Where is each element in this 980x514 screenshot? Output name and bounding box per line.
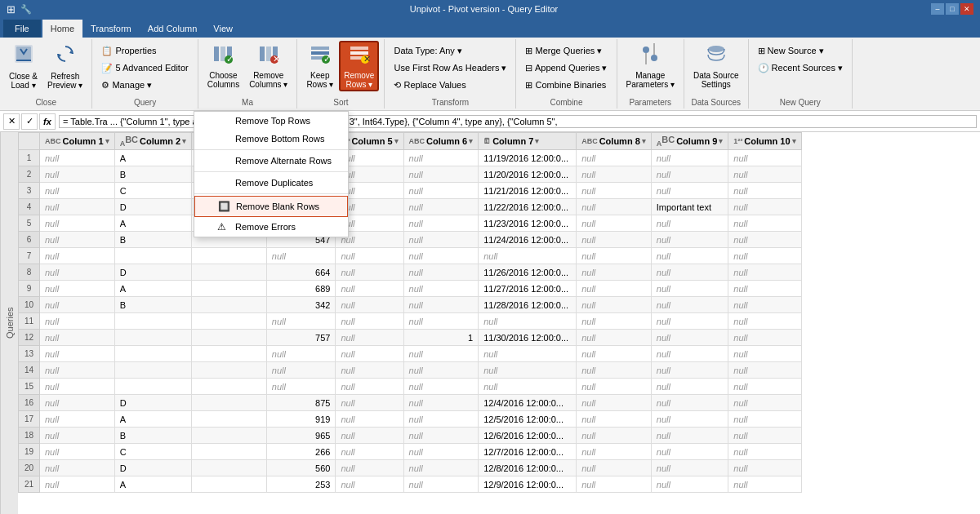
minimize-button[interactable]: – <box>931 3 944 15</box>
queries-panel[interactable]: Queries <box>0 132 18 514</box>
close-load-button[interactable]: Close &Load ▾ <box>5 41 42 91</box>
col-header-10[interactable]: 1²³ Column 10 ▾ <box>728 133 801 150</box>
recent-sources-button[interactable]: 🕐 Recent Sources ▾ <box>754 60 847 76</box>
row-number: 16 <box>19 395 40 411</box>
table-cell: null <box>728 330 801 346</box>
table-cell: null <box>577 199 652 215</box>
new-query-small-buttons: ⊞ New Source ▾ 🕐 Recent Sources ▾ <box>754 41 847 76</box>
remove-blank-rows-item[interactable]: 🔲 Remove Blank Rows <box>194 196 348 217</box>
table-cell: null <box>651 232 728 248</box>
transform-small-buttons: Data Type: Any ▾ Use First Row As Header… <box>390 41 510 93</box>
replace-values-button[interactable]: ⟲ Replace Values <box>390 77 510 93</box>
table-cell: null <box>40 232 115 248</box>
table-cell: null <box>403 444 479 460</box>
keep-rows-icon: ✓ <box>310 43 331 69</box>
table-cell: null <box>651 150 728 166</box>
table-cell: null <box>728 444 801 460</box>
manage-parameters-button[interactable]: ManageParameters ▾ <box>622 41 679 91</box>
col-header-7[interactable]: 🗓 Column 7 ▾ <box>479 133 577 150</box>
row-number: 14 <box>19 362 40 379</box>
table-cell: D <box>114 460 192 476</box>
title-bar-icon: 🔧 <box>20 4 32 15</box>
table-cell: D <box>114 395 192 411</box>
table-cell <box>192 362 267 379</box>
group-manage-columns-label: Ma <box>242 98 253 107</box>
close-button[interactable]: ✕ <box>960 3 973 15</box>
table-area[interactable]: ABC Column 1 ▾ ABC Column 2 ▾ <box>18 132 980 514</box>
maximize-button[interactable]: □ <box>946 3 959 15</box>
remove-columns-button[interactable]: ✕ RemoveColumns ▾ <box>245 41 292 91</box>
tab-transform[interactable]: Transform <box>82 20 140 38</box>
tab-home[interactable]: Home <box>42 20 82 38</box>
remove-errors-item[interactable]: ⚠ Remove Errors <box>194 217 348 237</box>
data-type-button[interactable]: Data Type: Any ▾ <box>390 42 510 59</box>
formula-fx[interactable]: fx <box>39 113 56 130</box>
svg-point-27 <box>708 46 724 52</box>
table-row: 20nullD560nullnull12/8/2016 12:00:0...nu… <box>19 460 802 476</box>
svg-text:✓: ✓ <box>226 54 234 64</box>
append-queries-button[interactable]: ⊟ Append Queries ▾ <box>521 60 611 76</box>
table-cell: null <box>40 444 115 460</box>
keep-rows-button[interactable]: ✓ KeepRows ▾ <box>302 41 337 91</box>
table-cell: null <box>577 428 652 444</box>
formula-nav-prev[interactable]: ✕ <box>3 113 20 130</box>
col-header-2[interactable]: ABC Column 2 ▾ <box>114 133 192 150</box>
advanced-editor-button[interactable]: 📝 5 Advanced Editor <box>97 60 192 76</box>
table-cell <box>192 395 267 411</box>
formula-nav-check[interactable]: ✓ <box>21 113 38 130</box>
data-source-settings-button[interactable]: Data SourceSettings <box>689 41 743 91</box>
table-cell: null <box>266 346 336 362</box>
table-cell: null <box>577 248 652 264</box>
table-cell: null <box>577 330 652 346</box>
choose-columns-button[interactable]: ✓ ChooseColumns <box>203 41 243 91</box>
properties-icon: 📋 <box>101 46 113 56</box>
table-cell: null <box>651 313 728 330</box>
table-row: 6nullB547nullnull11/24/2016 12:00:0...nu… <box>19 232 802 248</box>
table-cell <box>192 281 267 297</box>
col-header-8[interactable]: ABC Column 8 ▾ <box>577 133 652 150</box>
table-cell: 11/22/2016 12:00:0... <box>479 199 577 215</box>
table-cell: null <box>651 411 728 428</box>
col-header-9[interactable]: ABC Column 9 ▾ <box>651 133 728 150</box>
table-cell: null <box>651 395 728 411</box>
new-source-button[interactable]: ⊞ New Source ▾ <box>754 42 847 59</box>
svg-point-24 <box>651 55 657 61</box>
tab-view[interactable]: View <box>205 20 241 38</box>
combine-binaries-button[interactable]: ⊞ Combine Binaries <box>521 77 611 93</box>
remove-rows-button[interactable]: ✕ RemoveRows ▾ <box>339 41 379 91</box>
merge-queries-button[interactable]: ⊞ Merge Queries ▾ <box>521 42 611 59</box>
refresh-preview-button[interactable]: RefreshPreview ▾ <box>43 41 87 91</box>
remove-alternate-rows-item[interactable]: Remove Alternate Rows <box>194 152 348 170</box>
formula-nav: ✕ ✓ fx <box>3 113 56 130</box>
table-cell: null <box>40 199 115 215</box>
table-cell: null <box>403 297 479 313</box>
properties-button[interactable]: 📋 Properties <box>97 42 192 59</box>
manage-button[interactable]: ⚙ Manage ▾ <box>97 77 192 93</box>
table-cell: null <box>40 264 115 281</box>
table-cell <box>114 313 192 330</box>
remove-duplicates-item[interactable]: Remove Duplicates <box>194 174 348 192</box>
col-header-1[interactable]: ABC Column 1 ▾ <box>40 133 115 150</box>
title-bar: ⊞ 🔧 Unpivot - Pivot version - Query Edit… <box>0 0 980 18</box>
first-row-headers-button[interactable]: Use First Row As Headers ▾ <box>390 60 510 76</box>
tab-add-column[interactable]: Add Column <box>140 20 206 38</box>
dropdown-sep-2 <box>194 171 348 172</box>
table-cell: null <box>577 313 652 330</box>
manage-icon: ⚙ <box>101 80 109 91</box>
col-header-6[interactable]: ABC Column 6 ▾ <box>403 133 479 150</box>
combine-small-buttons: ⊞ Merge Queries ▾ ⊟ Append Queries ▾ ⊞ C… <box>521 41 611 93</box>
table-cell: null <box>728 346 801 362</box>
tab-file[interactable]: File <box>3 20 41 38</box>
remove-bottom-rows-item[interactable]: Remove Bottom Rows <box>194 130 348 148</box>
group-combine-label: Combine <box>550 98 582 107</box>
ribbon-group-parameters: ManageParameters ▾ Parameters <box>617 39 684 109</box>
table-cell: 11/23/2016 12:00:0... <box>479 215 577 232</box>
table-cell: null <box>266 248 336 264</box>
row-number: 15 <box>19 379 40 395</box>
table-cell: null <box>40 183 115 199</box>
advanced-editor-icon: 📝 <box>101 63 113 73</box>
ribbon: Close &Load ▾ RefreshPreview ▾ Close 📋 P… <box>0 38 980 111</box>
table-cell: 11/27/2016 12:00:0... <box>479 281 577 297</box>
table-cell: A <box>114 281 192 297</box>
remove-top-rows-item[interactable]: Remove Top Rows <box>194 112 348 130</box>
